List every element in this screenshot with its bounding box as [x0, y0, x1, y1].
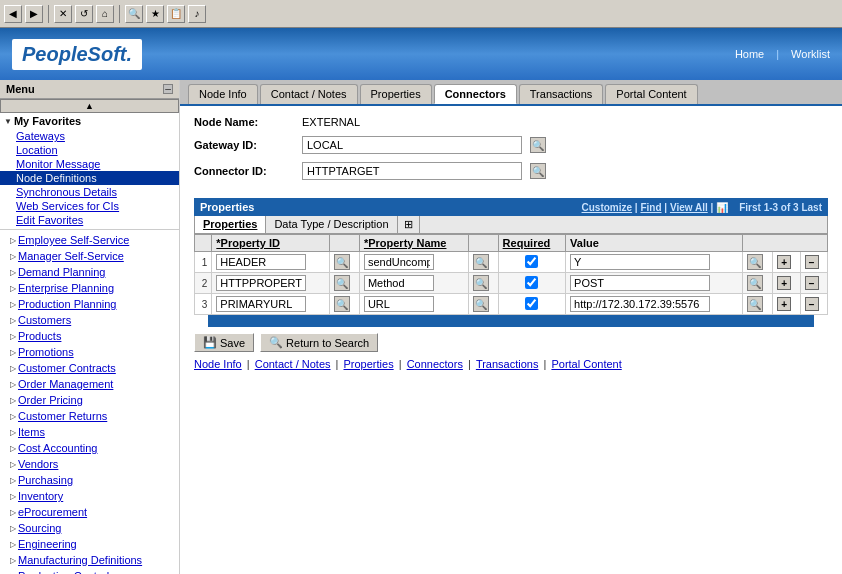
sidebar-item[interactable]: Purchasing — [0, 472, 179, 488]
tab-portal-content[interactable]: Portal Content — [605, 84, 697, 104]
property-id-search-icon[interactable]: 🔍 — [334, 254, 350, 270]
sidebar-item[interactable]: Customers — [0, 312, 179, 328]
connector-search-icon[interactable]: 🔍 — [530, 163, 546, 179]
sidebar-item-link[interactable]: Customers — [18, 314, 71, 326]
sidebar-item-link[interactable]: Items — [18, 426, 45, 438]
media-btn[interactable]: ♪ — [188, 5, 206, 23]
sidebar-item-link[interactable]: Demand Planning — [18, 266, 105, 278]
tab-properties[interactable]: Properties — [360, 84, 432, 104]
forward-btn[interactable]: ▶ — [25, 5, 43, 23]
sidebar-item[interactable]: Customer Returns — [0, 408, 179, 424]
home-btn[interactable]: ⌂ — [96, 5, 114, 23]
sidebar-item-link[interactable]: Purchasing — [18, 474, 73, 486]
sidebar-item[interactable]: Manager Self-Service — [0, 248, 179, 264]
sidebar-item[interactable]: Manufacturing Definitions — [0, 552, 179, 568]
value-input[interactable] — [570, 275, 710, 291]
save-button[interactable]: 💾 Save — [194, 333, 254, 352]
sidebar-item[interactable]: eProcurement — [0, 504, 179, 520]
bottom-link-contact-notes[interactable]: Contact / Notes — [255, 358, 331, 370]
favorites-browser-btn[interactable]: ★ — [146, 5, 164, 23]
sidebar-item-link[interactable]: Vendors — [18, 458, 58, 470]
delete-row-btn[interactable]: − — [805, 297, 819, 311]
sidebar-item[interactable]: Production Planning — [0, 296, 179, 312]
sidebar-item-link[interactable]: Products — [18, 330, 61, 342]
sidebar-link-edit-favorites[interactable]: Edit Favorites — [0, 213, 179, 227]
sidebar-item-link[interactable]: Order Pricing — [18, 394, 83, 406]
sidebar-item[interactable]: Enterprise Planning — [0, 280, 179, 296]
sub-tab-icon[interactable]: ⊞ — [398, 216, 420, 233]
property-name-search-icon[interactable]: 🔍 — [473, 296, 489, 312]
sidebar-item-link[interactable]: Manager Self-Service — [18, 250, 124, 262]
tab-node-info[interactable]: Node Info — [188, 84, 258, 104]
sidebar-item-link[interactable]: Employee Self-Service — [18, 234, 129, 246]
required-checkbox[interactable] — [525, 297, 538, 310]
sidebar-item-link[interactable]: Order Management — [18, 378, 113, 390]
connector-id-input[interactable] — [302, 162, 522, 180]
property-name-input[interactable] — [364, 254, 434, 270]
property-id-search-icon[interactable]: 🔍 — [334, 275, 350, 291]
bottom-link-portal-content[interactable]: Portal Content — [551, 358, 621, 370]
sidebar-item-link[interactable]: Production Planning — [18, 298, 116, 310]
delete-row-btn[interactable]: − — [805, 255, 819, 269]
sidebar-item-link[interactable]: Production Control — [18, 570, 109, 574]
sidebar-item[interactable]: Products — [0, 328, 179, 344]
bottom-link-node-info[interactable]: Node Info — [194, 358, 242, 370]
back-btn[interactable]: ◀ — [4, 5, 22, 23]
sidebar-item-link[interactable]: Customer Returns — [18, 410, 107, 422]
property-id-input[interactable] — [216, 296, 306, 312]
sidebar-item-link[interactable]: Cost Accounting — [18, 442, 98, 454]
add-row-btn[interactable]: + — [777, 255, 791, 269]
sidebar-link-node-definitions[interactable]: Node Definitions — [0, 171, 179, 185]
sidebar-item-link[interactable]: Promotions — [18, 346, 74, 358]
property-name-input[interactable] — [364, 296, 434, 312]
tab-contact-notes[interactable]: Contact / Notes — [260, 84, 358, 104]
bottom-link-transactions[interactable]: Transactions — [476, 358, 539, 370]
history-browser-btn[interactable]: 📋 — [167, 5, 185, 23]
sidebar-item[interactable]: Cost Accounting — [0, 440, 179, 456]
search-browser-btn[interactable]: 🔍 — [125, 5, 143, 23]
return-button[interactable]: 🔍 Return to Search — [260, 333, 378, 352]
sidebar-item[interactable]: Order Management — [0, 376, 179, 392]
sidebar-item[interactable]: Production Control — [0, 568, 179, 574]
value-search-icon[interactable]: 🔍 — [747, 275, 763, 291]
sidebar-item-link[interactable]: Manufacturing Definitions — [18, 554, 142, 566]
sidebar-item-link[interactable]: Inventory — [18, 490, 63, 502]
value-search-icon[interactable]: 🔍 — [747, 254, 763, 270]
value-search-icon[interactable]: 🔍 — [747, 296, 763, 312]
property-name-search-icon[interactable]: 🔍 — [473, 254, 489, 270]
sub-tab-properties[interactable]: Properties — [195, 216, 266, 233]
home-link[interactable]: Home — [735, 48, 764, 60]
sidebar-item-link[interactable]: Enterprise Planning — [18, 282, 114, 294]
customize-link[interactable]: Customize — [582, 202, 633, 213]
sidebar-item[interactable]: Promotions — [0, 344, 179, 360]
gateway-id-input[interactable] — [302, 136, 522, 154]
property-id-input[interactable] — [216, 275, 306, 291]
gateway-search-icon[interactable]: 🔍 — [530, 137, 546, 153]
sidebar-item[interactable]: Order Pricing — [0, 392, 179, 408]
property-id-search-icon[interactable]: 🔍 — [334, 296, 350, 312]
sidebar-link-web-services[interactable]: Web Services for CIs — [0, 199, 179, 213]
value-input[interactable] — [570, 296, 710, 312]
find-link[interactable]: Find — [640, 202, 661, 213]
bottom-link-connectors[interactable]: Connectors — [407, 358, 463, 370]
worklist-link[interactable]: Worklist — [791, 48, 830, 60]
value-input[interactable] — [570, 254, 710, 270]
sidebar-item[interactable]: Sourcing — [0, 520, 179, 536]
minimize-btn[interactable]: ─ — [163, 84, 173, 94]
sidebar-link-location[interactable]: Location — [0, 143, 179, 157]
delete-row-btn[interactable]: − — [805, 276, 819, 290]
sidebar-item[interactable]: Customer Contracts — [0, 360, 179, 376]
property-name-search-icon[interactable]: 🔍 — [473, 275, 489, 291]
sidebar-item[interactable]: Employee Self-Service — [0, 232, 179, 248]
required-checkbox[interactable] — [525, 255, 538, 268]
tab-connectors[interactable]: Connectors — [434, 84, 517, 104]
tab-transactions[interactable]: Transactions — [519, 84, 604, 104]
add-row-btn[interactable]: + — [777, 276, 791, 290]
sidebar-item[interactable]: Inventory — [0, 488, 179, 504]
sidebar-link-gateways[interactable]: Gateways — [0, 129, 179, 143]
sidebar-item[interactable]: Items — [0, 424, 179, 440]
sidebar-link-monitor-message[interactable]: Monitor Message — [0, 157, 179, 171]
property-name-input[interactable] — [364, 275, 434, 291]
required-checkbox[interactable] — [525, 276, 538, 289]
sidebar-item-link[interactable]: Customer Contracts — [18, 362, 116, 374]
